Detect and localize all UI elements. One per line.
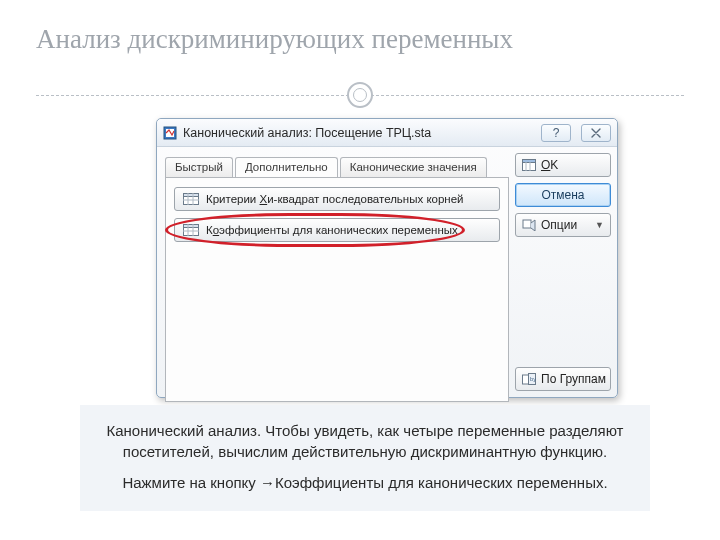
cancel-button-label: Отмена: [541, 188, 584, 202]
options-button[interactable]: Опции ▼: [515, 213, 611, 237]
by-groups-button[interactable]: by По Группам: [515, 367, 611, 391]
options-button-label: Опции: [541, 218, 577, 232]
spreadsheet-icon: [183, 193, 199, 205]
svg-rect-17: [523, 375, 529, 384]
chi-square-button-label: Критерии Хи-квадрат последовательных кор…: [206, 193, 464, 205]
tab-quick[interactable]: Быстрый: [165, 157, 233, 177]
svg-rect-16: [523, 220, 531, 228]
group-icon: by: [522, 373, 536, 385]
chi-square-button[interactable]: Критерии Хи-квадрат последовательных кор…: [174, 187, 500, 211]
tab-advanced[interactable]: Дополнительно: [235, 157, 338, 177]
slide-caption: Канонический анализ. Чтобы увидеть, как …: [80, 405, 650, 511]
caption-line-2: Нажмите на кнопку →Коэффициенты для кано…: [98, 472, 632, 493]
dropdown-arrow-icon: ▼: [595, 220, 604, 230]
svg-text:by: by: [530, 376, 536, 382]
dialog-titlebar[interactable]: Канонический анализ: Посещение ТРЦ.sta ?: [157, 119, 617, 147]
spreadsheet-icon: [183, 224, 199, 236]
canonical-coefficients-button-label: Коэффициенты для канонических переменных: [206, 224, 458, 236]
options-icon: [522, 219, 536, 231]
title-divider-ornament: [347, 82, 373, 108]
cancel-button[interactable]: Отмена: [515, 183, 611, 207]
ok-button-label: OK: [541, 158, 558, 172]
tab-panel-advanced: Критерии Хи-квадрат последовательных кор…: [165, 177, 509, 402]
slide-title: Анализ дискриминирующих переменных: [36, 24, 700, 55]
tabstrip: Быстрый Дополнительно Канонические значе…: [165, 153, 509, 177]
dialog-title: Канонический анализ: Посещение ТРЦ.sta: [183, 126, 531, 140]
svg-rect-3: [184, 194, 199, 197]
close-button[interactable]: [581, 124, 611, 142]
svg-rect-13: [523, 160, 536, 163]
tab-canonical-values[interactable]: Канонические значения: [340, 157, 487, 177]
caption-line-1: Канонический анализ. Чтобы увидеть, как …: [98, 420, 632, 462]
by-groups-button-label: По Группам: [541, 372, 606, 386]
help-button[interactable]: ?: [541, 124, 571, 142]
ok-button[interactable]: OK: [515, 153, 611, 177]
svg-rect-8: [184, 225, 199, 228]
canonical-coefficients-button[interactable]: Коэффициенты для канонических переменных: [174, 218, 500, 242]
dialog-canonical-analysis: Канонический анализ: Посещение ТРЦ.sta ?…: [156, 118, 618, 398]
dialog-side-buttons: OK Отмена Опции ▼ by По Группам: [515, 153, 611, 391]
summary-icon: [522, 159, 536, 171]
app-icon: [163, 126, 177, 140]
